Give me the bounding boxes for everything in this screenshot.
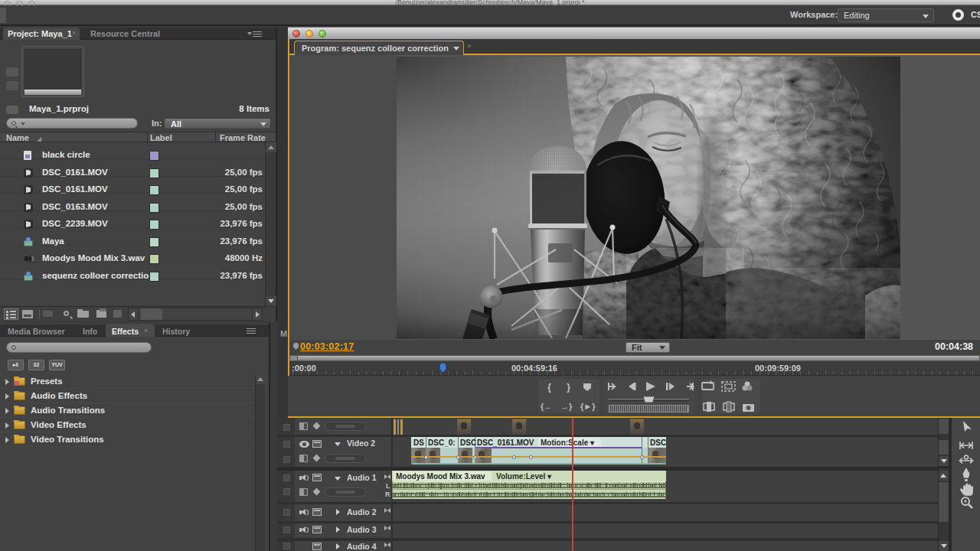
svg-text:{►}: {►} — [580, 402, 596, 411]
svg-text:{: { — [547, 381, 551, 393]
svg-text:{←: {← — [541, 402, 552, 411]
svg-text:→}: →} — [560, 402, 573, 411]
svg-text:}: } — [567, 381, 570, 393]
